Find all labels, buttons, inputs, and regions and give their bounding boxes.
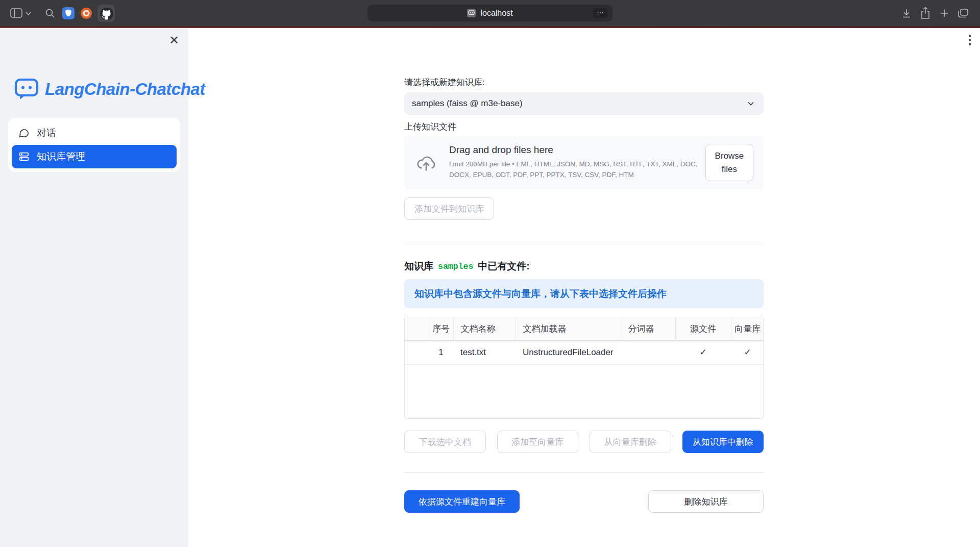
cell-index: 1 <box>429 340 453 364</box>
extensions-ellipsis-icon[interactable]: ⋯ <box>593 8 608 18</box>
cell-splitter <box>621 340 675 364</box>
kb-files-table: 序号 文档名称 文档加载器 分词器 源文件 向量库 1 test.txt Uns… <box>404 317 764 419</box>
delete-from-kb-button[interactable]: 从知识库中删除 <box>682 431 764 453</box>
browser-toolbar: localhost ⋯ <box>0 0 980 27</box>
table-row[interactable]: 1 test.txt UnstructuredFileLoader ✓ ✓ <box>405 340 764 364</box>
kb-footer-actions: 依据源文件重建向量库 删除知识库 <box>404 490 764 513</box>
info-alert: 知识库中包含源文件与向量库，请从下表中选择文件后操作 <box>404 279 764 308</box>
new-tab-icon[interactable] <box>939 8 949 18</box>
table-header-docname[interactable]: 文档名称 <box>453 317 516 340</box>
downloads-icon[interactable] <box>901 8 912 19</box>
upload-label: 上传知识文件 <box>404 121 764 133</box>
sidebar-item-label: 对话 <box>37 127 56 140</box>
github-icon[interactable] <box>97 5 115 22</box>
main-content: 请选择或新建知识库: samples (faiss @ m3e-base) 上传… <box>404 28 764 513</box>
divider <box>404 244 764 244</box>
dropzone-title: Drag and drop files here <box>449 144 705 156</box>
add-files-button[interactable]: 添加文件到知识库 <box>404 197 494 220</box>
chat-bubble-icon <box>18 128 30 139</box>
kb-select-value: samples (faiss @ m3e-base) <box>412 98 523 109</box>
address-url: localhost <box>480 9 512 18</box>
tab-overview-icon[interactable] <box>958 8 969 18</box>
chevron-down-icon[interactable] <box>26 12 31 15</box>
dropzone-limit: Limit 200MB per file • EML, HTML, JSON, … <box>449 159 705 181</box>
table-header-vectorstore[interactable]: 向量库 <box>731 317 764 340</box>
kb-files-heading-suffix: 中已有文件: <box>478 260 529 273</box>
download-selected-button[interactable]: 下载选中文档 <box>404 431 486 453</box>
table-header-row: 序号 文档名称 文档加载器 分词器 源文件 向量库 <box>405 317 764 340</box>
kb-select-label: 请选择或新建知识库: <box>404 77 764 88</box>
sidebar-toggle-icon[interactable] <box>10 8 22 18</box>
cloud-upload-icon <box>414 153 438 172</box>
chatchat-logo-icon <box>14 78 39 101</box>
rebuild-vectorstore-button[interactable]: 依据源文件重建向量库 <box>404 490 520 513</box>
table-header-splitter[interactable]: 分词器 <box>621 317 675 340</box>
knowledge-base-icon <box>18 151 30 162</box>
kb-files-heading-prefix: 知识库 <box>404 260 433 273</box>
search-icon[interactable] <box>45 8 55 18</box>
site-favicon <box>467 9 476 17</box>
table-header-blank <box>405 317 429 340</box>
close-icon[interactable]: ✕ <box>169 34 179 46</box>
cell-loader: UnstructuredFileLoader <box>516 340 621 364</box>
table-actions: 下载选中文档 添加至向量库 从向量库删除 从知识库中删除 <box>404 431 764 453</box>
shield-extension-icon[interactable] <box>62 7 75 19</box>
kb-select[interactable]: samples (faiss @ m3e-base) <box>404 92 764 115</box>
cell-docname: test.txt <box>453 340 516 364</box>
remove-from-vectorstore-button[interactable]: 从向量库删除 <box>590 431 671 453</box>
address-bar[interactable]: localhost ⋯ <box>368 5 612 21</box>
kb-files-heading: 知识库 samples 中已有文件: <box>404 260 764 273</box>
cell-sourcefile-check: ✓ <box>675 340 731 364</box>
chevron-down-icon <box>746 98 756 109</box>
kb-name-code: samples <box>438 262 473 271</box>
sidebar-item-knowledge-base[interactable]: 知识库管理 <box>12 145 177 168</box>
sidebar-nav: 对话 知识库管理 <box>8 118 180 172</box>
file-dropzone[interactable]: Drag and drop files here Limit 200MB per… <box>404 136 764 189</box>
add-to-vectorstore-button[interactable]: 添加至向量库 <box>497 431 579 453</box>
target-extension-icon[interactable] <box>80 7 92 19</box>
kebab-menu-icon[interactable] <box>969 35 971 45</box>
cell-vectorstore-check: ✓ <box>731 340 764 364</box>
table-header-loader[interactable]: 文档加载器 <box>516 317 621 340</box>
delete-kb-button[interactable]: 删除知识库 <box>648 490 764 513</box>
table-header-sourcefile[interactable]: 源文件 <box>675 317 731 340</box>
share-icon[interactable] <box>920 7 930 19</box>
sidebar-item-label: 知识库管理 <box>37 150 85 163</box>
app-title: LangChain-Chatchat <box>45 80 205 99</box>
cell-blank <box>405 340 429 364</box>
divider <box>404 472 764 473</box>
sidebar: ✕ LangChain-Chatchat 对话 知识库管理 <box>0 28 188 547</box>
sidebar-item-chat[interactable]: 对话 <box>12 121 177 145</box>
browse-files-button[interactable]: Browse files <box>705 144 753 181</box>
dropzone-text: Drag and drop files here Limit 200MB per… <box>449 144 705 181</box>
table-header-index[interactable]: 序号 <box>429 317 453 340</box>
app-logo: LangChain-Chatchat <box>14 78 205 101</box>
